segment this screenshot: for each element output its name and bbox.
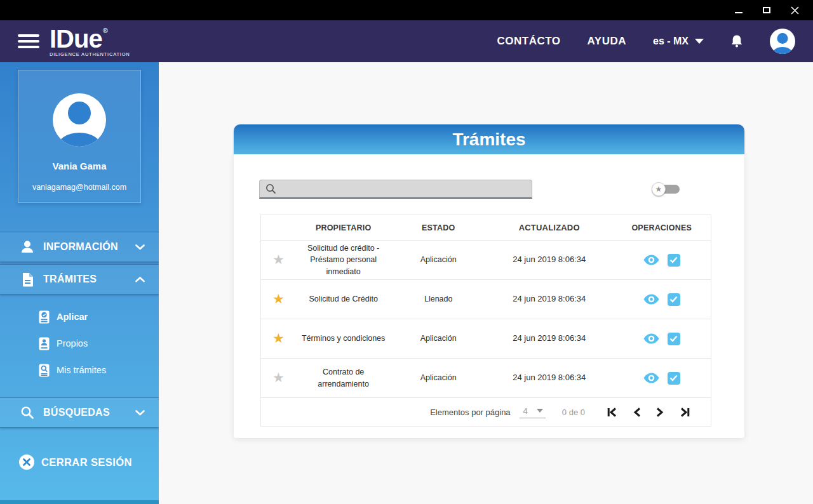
x-circle-icon	[19, 454, 34, 470]
sidebar-bottom-strip	[0, 500, 159, 504]
actualizado-cell: 24 jun 2019 8:06:34	[486, 293, 612, 305]
last-page-icon	[680, 407, 690, 418]
items-per-page-label: Elementos por página	[430, 408, 510, 417]
pagination-last-button[interactable]	[680, 407, 690, 418]
favorite-star-icon[interactable]	[272, 371, 285, 385]
sidebar-subitem-propios[interactable]: Propios	[0, 330, 159, 357]
chevron-down-icon	[135, 410, 145, 416]
profile-name: Vania Gama	[52, 161, 106, 171]
table-pagination: Elementos por página 4 0 de 0	[261, 397, 711, 426]
brand-logo[interactable]: IDue ® DILIGENCE AUTHENTICATION	[50, 26, 130, 57]
favorite-star-icon[interactable]	[272, 253, 285, 267]
sidebar-subitem-label: Propios	[57, 338, 88, 348]
table-header-row: PROPIETARIO ESTADO ACTUALIZADO OPERACION…	[261, 215, 711, 240]
items-per-page-value: 4	[523, 406, 528, 416]
column-header-propietario: PROPIETARIO	[296, 223, 391, 232]
sidebar-item-busquedas[interactable]: BÚSQUEDAS	[0, 397, 159, 428]
sidebar-item-label: INFORMACIÓN	[43, 241, 118, 253]
column-header-estado: ESTADO	[391, 223, 486, 232]
search-icon	[265, 183, 276, 194]
row-checkbox[interactable]	[668, 254, 680, 267]
page-title: Trámites	[452, 129, 525, 150]
first-page-icon	[607, 407, 617, 418]
chevron-down-icon	[135, 244, 145, 250]
sidebar-item-tramites[interactable]: TRÁMITES	[0, 264, 159, 295]
estado-cell: Llenado	[391, 293, 486, 305]
sidebar-subitem-mis-tramites[interactable]: Mis trámites	[0, 357, 159, 383]
close-icon	[791, 6, 799, 15]
registered-mark: ®	[103, 27, 108, 34]
actualizado-cell: 24 jun 2019 8:06:34	[486, 254, 612, 266]
pagination-first-button[interactable]	[607, 407, 617, 418]
row-checkbox[interactable]	[668, 293, 680, 306]
pagination-next-button[interactable]	[656, 407, 664, 418]
nav-ayuda[interactable]: AYUDA	[588, 35, 626, 48]
view-eye-icon[interactable]	[643, 333, 659, 344]
brand-name: IDue	[50, 26, 102, 51]
main-content: Trámites PROPIETARIO ESTADO ACTUALI	[159, 62, 813, 504]
search-box	[259, 180, 532, 199]
favorite-star-icon[interactable]	[272, 292, 285, 307]
sidebar-subitem-aplicar[interactable]: Aplicar	[0, 303, 159, 330]
maximize-button[interactable]	[757, 3, 776, 18]
view-eye-icon[interactable]	[643, 373, 659, 383]
estado-cell: Aplicación	[391, 333, 486, 344]
pagination-prev-button[interactable]	[633, 407, 641, 418]
sidebar-subitem-label: Aplicar	[57, 312, 88, 322]
favorite-star-icon[interactable]	[272, 331, 285, 346]
profile-email: vaniagamag@hotmail.com	[32, 183, 126, 192]
row-checkbox[interactable]	[668, 333, 680, 345]
profile-avatar	[53, 93, 106, 147]
logout-label: CERRAR SESIÓN	[41, 456, 132, 468]
view-eye-icon[interactable]	[643, 255, 659, 265]
profile-avatar-button[interactable]	[770, 29, 795, 54]
sidebar: Vania Gama vaniagamag@hotmail.com INFORM…	[0, 62, 159, 504]
actualizado-cell: 24 jun 2019 8:06:34	[486, 372, 612, 384]
document-search-icon	[38, 364, 50, 377]
actualizado-cell: 24 jun 2019 8:06:34	[486, 333, 612, 345]
propietario-cell: Contrato de arrendamiento	[296, 366, 391, 389]
window-titlebar	[0, 0, 813, 20]
app-header: IDue ® DILIGENCE AUTHENTICATION CONTÁCTO…	[0, 20, 813, 62]
close-button[interactable]	[785, 3, 804, 18]
language-selector[interactable]: es - MX	[653, 36, 704, 47]
search-icon	[19, 406, 36, 420]
hamburger-menu-button[interactable]	[18, 34, 39, 48]
card-body: PROPIETARIO ESTADO ACTUALIZADO OPERACION…	[234, 154, 744, 438]
chevron-up-icon	[135, 277, 145, 282]
propietario-cell: Solicitud de crédito - Préstamo personal…	[296, 242, 391, 277]
logout-button[interactable]: CERRAR SESIÓN	[0, 447, 159, 477]
card-header: Trámites	[234, 124, 744, 154]
row-checkbox[interactable]	[668, 372, 680, 385]
minimize-button[interactable]	[729, 3, 748, 18]
propietario-cell: Solicitud de Crédito	[296, 293, 391, 305]
next-page-icon	[656, 407, 664, 418]
notifications-button[interactable]	[730, 34, 743, 48]
estado-cell: Aplicación	[391, 254, 486, 265]
propietario-cell: Términos y condiciones	[296, 333, 391, 344]
bell-icon	[730, 34, 743, 48]
minimize-icon	[735, 12, 742, 13]
sidebar-item-informacion[interactable]: INFORMACIÓN	[0, 232, 159, 262]
maximize-icon	[763, 7, 770, 13]
document-person-icon	[38, 337, 50, 350]
nav-contacto[interactable]: CONTÁCTO	[497, 35, 561, 48]
star-toggle-knob-icon	[652, 182, 666, 196]
items-per-page-select[interactable]: 4	[520, 406, 546, 418]
sidebar-item-label: BÚSQUEDAS	[43, 407, 110, 418]
column-header-operaciones: OPERACIONES	[612, 223, 711, 232]
document-check-icon	[38, 310, 50, 324]
prev-page-icon	[633, 407, 641, 418]
profile-card: Vania Gama vaniagamag@hotmail.com	[18, 70, 141, 203]
table-row: Solicitud de CréditoLlenado24 jun 2019 8…	[261, 279, 711, 319]
language-label: es - MX	[653, 36, 689, 47]
view-eye-icon[interactable]	[643, 294, 659, 305]
chevron-down-icon	[695, 39, 704, 44]
sidebar-item-label: TRÁMITES	[43, 274, 97, 285]
document-icon	[19, 272, 36, 287]
table-row: Términos y condicionesAplicación24 jun 2…	[261, 319, 711, 358]
table-row: Solicitud de crédito - Préstamo personal…	[261, 240, 711, 279]
table-row: Contrato de arrendamientoAplicación24 ju…	[261, 358, 711, 397]
search-input[interactable]	[276, 180, 532, 197]
favorites-toggle[interactable]	[652, 182, 681, 196]
